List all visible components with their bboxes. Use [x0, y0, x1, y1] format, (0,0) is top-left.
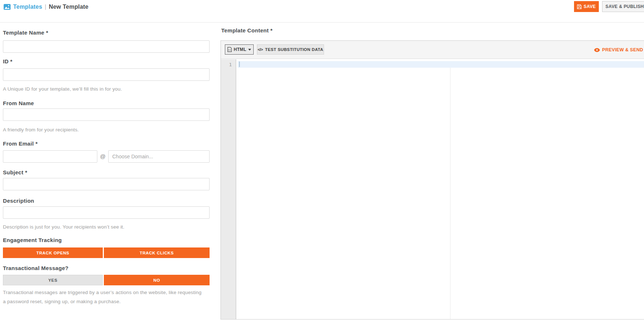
- breadcrumb: Templates | New Template: [4, 4, 89, 10]
- save-publish-label: SAVE & PUBLISH: [605, 4, 644, 9]
- track-clicks-toggle[interactable]: TRACK CLICKS: [104, 247, 210, 258]
- transactional-yes-toggle[interactable]: YES: [3, 275, 103, 285]
- editor-active-line-highlight: [238, 61, 644, 68]
- line-number: 1: [221, 62, 232, 67]
- test-substitution-data-button[interactable]: </> TEST SUBSTITUTION DATA: [257, 44, 324, 55]
- breadcrumb-separator: |: [45, 4, 46, 10]
- description-input[interactable]: [3, 206, 210, 219]
- image-icon: [4, 4, 11, 10]
- save-button-label: SAVE: [583, 4, 596, 9]
- from-email-label: From Email *: [3, 140, 38, 147]
- at-symbol: @: [99, 153, 107, 159]
- templates-breadcrumb-link[interactable]: Templates: [4, 4, 42, 10]
- breadcrumb-section-label: Templates: [13, 4, 42, 10]
- content-mode-label: HTML: [234, 47, 246, 52]
- save-publish-button[interactable]: SAVE & PUBLISH: [602, 1, 644, 12]
- page-header: Templates | New Template SAVE SAVE & PUB…: [0, 0, 644, 23]
- floppy-icon: [577, 4, 582, 9]
- editor-line-gutter: [221, 59, 236, 319]
- code-icon: </>: [258, 47, 263, 52]
- test-substitution-label: TEST SUBSTITUTION DATA: [265, 47, 323, 52]
- template-content-label: Template Content *: [221, 27, 273, 33]
- code-editor-area[interactable]: [237, 59, 644, 319]
- editor-print-margin-ruler: [450, 68, 450, 319]
- from-name-label: From Name: [3, 100, 34, 106]
- track-opens-toggle[interactable]: TRACK OPENS: [3, 247, 103, 258]
- template-name-label: Template Name *: [3, 29, 48, 36]
- id-label: ID *: [3, 58, 12, 64]
- template-name-input[interactable]: [3, 40, 210, 53]
- chevron-down-icon: [248, 49, 251, 51]
- content-mode-dropdown[interactable]: HTML: [225, 44, 254, 55]
- page-title: New Template: [49, 4, 89, 10]
- from-name-help-text: A friendly from for your recipients.: [3, 127, 79, 132]
- eye-icon: [594, 48, 600, 52]
- preview-send-link[interactable]: PREVIEW & SEND: [594, 47, 643, 52]
- from-email-domain-input[interactable]: [108, 150, 210, 163]
- transactional-help-line2: a password reset, signing up, or making …: [3, 299, 121, 304]
- from-email-local-input[interactable]: [3, 150, 97, 163]
- transactional-no-toggle[interactable]: NO: [104, 275, 210, 285]
- description-label: Description: [3, 198, 34, 204]
- preview-send-label: PREVIEW & SEND: [602, 47, 643, 52]
- engagement-tracking-label: Engagement Tracking: [3, 237, 62, 243]
- save-button[interactable]: SAVE: [574, 1, 599, 12]
- transactional-help-line1: Transactional messages are triggered by …: [3, 290, 202, 295]
- id-input[interactable]: [3, 68, 210, 81]
- description-help-text: Description is just for you. Your recipi…: [3, 224, 125, 230]
- subject-label: Subject *: [3, 169, 27, 175]
- subject-input[interactable]: [3, 178, 210, 190]
- from-name-input[interactable]: [3, 108, 210, 121]
- transactional-label: Transactional Message?: [3, 265, 69, 271]
- file-code-icon: [227, 47, 232, 52]
- editor-text-cursor: [239, 62, 240, 67]
- id-help-text: A Unique ID for your template, we’ll fil…: [3, 86, 122, 92]
- template-editor-page: Templates | New Template SAVE SAVE & PUB…: [0, 0, 644, 321]
